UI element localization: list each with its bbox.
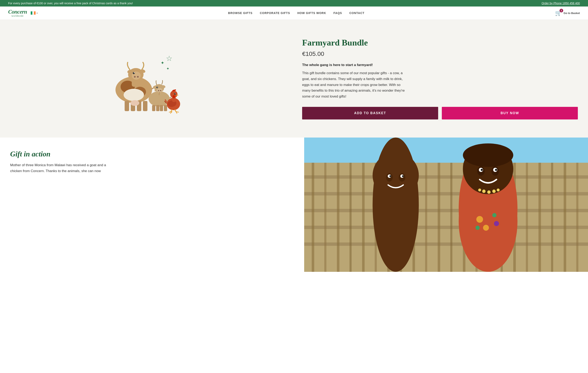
svg-rect-14 <box>125 101 129 111</box>
svg-point-97 <box>495 169 497 171</box>
svg-rect-74 <box>576 163 578 272</box>
logo-area: Concern worldwide ▾ <box>8 9 38 17</box>
product-details: Farmyard Bundle €105.00 The whole gang i… <box>292 20 588 138</box>
basket-badge: 3 <box>559 9 563 12</box>
phone-link[interactable]: Order by Phone 1850 458 400 <box>542 2 580 5</box>
product-price: €105.00 <box>302 50 578 57</box>
chevron-down-icon[interactable]: ▾ <box>37 12 38 14</box>
svg-point-4 <box>124 89 144 101</box>
go-to-basket-label[interactable]: Go to Basket <box>564 11 580 15</box>
svg-point-99 <box>487 190 491 194</box>
svg-point-100 <box>492 190 496 193</box>
svg-point-39 <box>175 93 176 94</box>
svg-rect-54 <box>324 163 326 272</box>
svg-rect-72 <box>551 163 553 272</box>
svg-point-18 <box>130 100 139 106</box>
svg-point-101 <box>478 189 481 191</box>
logo-subtext: worldwide <box>8 15 27 17</box>
header: Concern worldwide ▾ BROWSE GIFTS CORPORA… <box>0 7 588 20</box>
main-nav: BROWSE GIFTS CORPORATE GIFTS HOW GIFTS W… <box>228 11 365 15</box>
svg-rect-73 <box>564 163 566 272</box>
product-description: This gift bundle contains some of our mo… <box>302 70 408 100</box>
flag-green <box>31 11 32 15</box>
flag-orange <box>34 11 36 15</box>
nav-browse-gifts[interactable]: BROWSE GIFTS <box>228 11 252 15</box>
gift-photo-svg <box>304 138 588 272</box>
svg-point-37 <box>173 95 175 98</box>
basket-area[interactable]: 🛒 3 Go to Basket <box>555 10 580 16</box>
svg-point-24 <box>160 90 161 91</box>
svg-point-98 <box>482 190 486 193</box>
svg-point-26 <box>157 87 158 88</box>
product-title: Farmyard Bundle <box>302 38 578 48</box>
nav-corporate-gifts[interactable]: CORPORATE GIFTS <box>260 11 290 15</box>
chicken-image <box>164 86 183 111</box>
svg-rect-50 <box>304 209 588 212</box>
nav-faqs[interactable]: FAQS <box>334 11 342 15</box>
svg-rect-31 <box>160 105 163 111</box>
flag-white <box>32 11 34 15</box>
star-filled-icon: ✦ <box>161 60 164 66</box>
gift-text-area: Gift in action Mother of three Monica fr… <box>0 138 304 272</box>
product-image-area: ☆ ✦ ✦ <box>0 20 292 138</box>
svg-rect-49 <box>304 192 588 196</box>
svg-rect-52 <box>304 242 588 246</box>
svg-point-23 <box>158 90 159 91</box>
logo-text: Concern worldwide <box>8 9 27 17</box>
flag-selector[interactable]: ▾ <box>31 11 38 15</box>
nav-contact[interactable]: CONTACT <box>349 11 364 15</box>
svg-point-9 <box>137 76 139 78</box>
gift-photo <box>304 138 588 272</box>
star-small-icon: ✦ <box>166 66 169 71</box>
svg-point-86 <box>494 221 499 226</box>
svg-point-85 <box>476 216 483 223</box>
star-outline-icon: ☆ <box>166 54 172 63</box>
svg-line-40 <box>171 110 172 112</box>
gift-section-title: Gift in action <box>10 150 294 158</box>
svg-point-96 <box>481 169 483 171</box>
ireland-flag <box>31 11 36 15</box>
svg-point-89 <box>476 226 480 230</box>
buy-now-button[interactable]: BUY NOW <box>442 107 578 120</box>
svg-rect-47 <box>304 163 588 272</box>
svg-line-43 <box>175 110 176 112</box>
svg-point-81 <box>389 175 391 177</box>
svg-point-76 <box>373 152 419 198</box>
add-to-basket-button[interactable]: ADD TO BASKET <box>302 107 438 120</box>
announcement-bar: For every purchase of €100 or over, you … <box>0 0 588 7</box>
svg-rect-57 <box>362 163 365 272</box>
svg-rect-70 <box>526 163 528 272</box>
svg-rect-48 <box>304 175 588 179</box>
svg-rect-71 <box>538 163 541 272</box>
svg-rect-56 <box>349 163 352 272</box>
svg-rect-51 <box>304 226 588 229</box>
svg-point-102 <box>497 189 500 191</box>
basket-icon-wrap[interactable]: 🛒 3 <box>555 10 562 16</box>
svg-point-87 <box>483 225 489 231</box>
gift-section-desc: Mother of three Monica from Malawi has r… <box>10 162 112 174</box>
announcement-text: For every purchase of €100 or over, you … <box>8 2 133 5</box>
nav-how-gifts-work[interactable]: HOW GIFTS WORK <box>297 11 326 15</box>
svg-point-8 <box>134 76 136 78</box>
farmyard-illustration: ☆ ✦ ✦ <box>107 40 185 117</box>
svg-rect-29 <box>152 105 155 111</box>
svg-point-22 <box>157 88 162 92</box>
svg-point-91 <box>463 143 513 167</box>
svg-rect-53 <box>312 163 314 272</box>
product-buttons: ADD TO BASKET BUY NOW <box>302 107 578 120</box>
svg-rect-64 <box>450 163 452 272</box>
logo[interactable]: Concern worldwide <box>8 9 27 17</box>
svg-point-88 <box>492 213 496 217</box>
svg-point-82 <box>402 175 404 177</box>
svg-rect-62 <box>425 163 427 272</box>
svg-rect-30 <box>156 105 159 111</box>
svg-rect-63 <box>438 163 440 272</box>
svg-rect-55 <box>337 163 339 272</box>
gift-in-action-section: Gift in action Mother of three Monica fr… <box>0 138 588 272</box>
svg-point-11 <box>134 72 135 73</box>
product-section: ☆ ✦ ✦ <box>0 20 588 138</box>
svg-point-10 <box>133 72 135 74</box>
product-tagline: The whole gang is here to start a farmya… <box>302 63 578 67</box>
